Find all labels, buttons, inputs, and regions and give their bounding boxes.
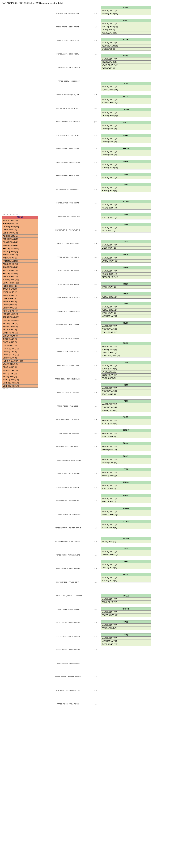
- target-header[interactable]: TAPRF: [101, 429, 151, 432]
- prpsd-field: AKOKR [CHAR (4)]: [2, 266, 38, 269]
- target-header[interactable]: TKKAA: [101, 594, 151, 597]
- target-header[interactable]: TCNRFP: [101, 507, 151, 510]
- target-header[interactable]: T001: [101, 183, 151, 186]
- target-header[interactable]: TKA01: [101, 573, 151, 576]
- target-header[interactable]: PRTP: [101, 160, 151, 163]
- target-header[interactable]: ONR00: [101, 108, 151, 111]
- target-field: UMWKZ [CHAR (5)]: [101, 259, 151, 262]
- prpsd-field: USR00 [UNIT (3)]: [2, 344, 38, 347]
- target-header[interactable]: T681A: [101, 282, 151, 286]
- target-header[interactable]: T001W: [101, 200, 151, 203]
- relation-row: PRPSD-JIBSA = T8J6C-SUBCLASS0..N: [42, 373, 97, 385]
- relation-row: PRPSD-IZWEK = T087I-IZWEK0..N: [42, 278, 97, 290]
- target-field: MANDT [CLNT (3)]: [101, 386, 151, 390]
- target-field: OBJNR [CHAR (22)]: [101, 114, 151, 117]
- target-header[interactable]: TAIF5: [101, 415, 151, 419]
- cardinality-label: 0..N: [95, 297, 97, 299]
- target-header[interactable]: CKPH: [101, 38, 151, 41]
- target-field: BUKRS [CHAR (4)]: [101, 406, 151, 409]
- target-header[interactable]: TPGPRF: [101, 607, 151, 611]
- cardinality-label: 0..N: [95, 202, 97, 204]
- target-header[interactable]: T002: [101, 213, 151, 216]
- target-header[interactable]: T499S: [101, 266, 151, 270]
- target-header[interactable]: T681V: [101, 292, 151, 296]
- relation-label: PRPSD-PRCTR = CEPC-PRCTR: [42, 26, 94, 28]
- cardinality-label: 0..N: [95, 107, 97, 109]
- prpsd-field: IMPRF [CHAR (6)]: [2, 300, 38, 303]
- target-header[interactable]: TCJ05: [101, 455, 151, 458]
- target-header[interactable]: T8J6C: [101, 342, 151, 345]
- relation-label: PRPSD-SUBPR = PRTP-SUBPR: [42, 175, 94, 177]
- target-header[interactable]: TFACD: [101, 537, 151, 540]
- relation-label: PRPSD-IUMKZ = T087K-UMWKZ: [42, 297, 94, 299]
- prpsd-header[interactable]: PRPSD: [2, 216, 38, 219]
- target-field: MANDT [CLNT (3)]: [101, 364, 151, 367]
- target-header[interactable]: TGSB: [101, 560, 151, 563]
- cardinality-label: 0..N: [95, 351, 97, 353]
- target-header[interactable]: TCJ1: [101, 468, 151, 471]
- target-header[interactable]: T683: [101, 302, 151, 305]
- target-field: ASTNR [NUMC (8)]: [101, 461, 151, 464]
- target-header[interactable]: TFKB: [101, 547, 151, 550]
- target-header[interactable]: TPI01: [101, 620, 151, 624]
- target-field: KAPPL [CHAR (2)]: [101, 312, 151, 315]
- target-header[interactable]: T8JJ: [101, 383, 151, 386]
- target-header[interactable]: PROJ: [101, 121, 151, 124]
- target-header[interactable]: PRPSS: [101, 147, 151, 150]
- target-header[interactable]: T000: [101, 173, 151, 176]
- target-field: PSPNR [NUMC (8)]: [101, 127, 151, 130]
- relation-row: PRPSD-VERNR = TCJ04-VERNR: [42, 454, 97, 466]
- cardinality-label: 0..N: [95, 568, 97, 569]
- relation-label: PRPSD-VERNR = TCJ04-VERNR: [42, 459, 97, 461]
- target-header[interactable]: TTXJ: [101, 633, 151, 637]
- target-header[interactable]: IFLOT: [101, 95, 151, 98]
- relation-label: PRPSD-KOSTL = CSKS-KOSTL: [42, 80, 97, 82]
- relation-label: PRPSD-VNAME = T8JV-VNAME: [42, 418, 94, 421]
- target-header[interactable]: T006: [101, 223, 151, 226]
- target-header[interactable]: T8JV: [101, 399, 151, 403]
- target-field: FKBER [CHAR (16)]: [101, 553, 151, 556]
- target-header[interactable]: TCJ04: [101, 442, 151, 445]
- target-header[interactable]: T8J6A: [101, 321, 151, 324]
- relation-row: PRPSD-TXTSP = T002-SPRAS0..N: [42, 237, 97, 250]
- prpsd-field: ZSCHM [CHAR (7)]: [2, 325, 38, 328]
- relation-row: PRPSD-IMPRF = TAPRF-IVPRO0..N: [42, 440, 97, 453]
- cardinality-label: 0..N: [95, 392, 97, 393]
- relation-row: PRPSD-ZSCHM = TPI01-ZSCHM0..N: [42, 684, 97, 696]
- prpsd-field: KALSM [CHAR (6)]: [2, 259, 38, 262]
- prpsd-field: EVGEW [QUAN (8)]: [2, 335, 38, 338]
- relation-row: PRPSD-SPSNR = PRPSS-PSPNR0..N: [42, 156, 97, 168]
- relation-label: PRPSD-SLWID = TCN00-SLWID: [42, 500, 94, 502]
- relation-label: PRPSD-TPLNR = IFLOT-TPLNR: [42, 107, 94, 110]
- target-table: CSKSMANDT [CLNT (3)]KOKRS [CHAR (4)]KOST…: [101, 54, 151, 70]
- cardinality-label: 0..N: [95, 40, 97, 41]
- target-table: T8JVMANDT [CLNT (3)]BUKRS [CHAR (4)]VNAM…: [101, 399, 151, 412]
- target-header[interactable]: T087I: [101, 240, 151, 243]
- target-field: IDENT [CHAR (2)]: [101, 540, 151, 544]
- target-field: MANDT [CLNT (3)]: [101, 597, 151, 601]
- relation-row: PRPSD-PGSBR = TGSB-GSBER0..N: [42, 603, 97, 615]
- target-field: MANDT [CLNT (3)]: [101, 445, 151, 448]
- target-header[interactable]: CEPC: [101, 19, 151, 22]
- target-field: MANDT [CLNT (3)]: [101, 226, 151, 229]
- target-header[interactable]: CSKS: [101, 54, 151, 58]
- card-bottom: 0..N 0..N 0..N 0..N: [2, 388, 38, 389]
- target-header[interactable]: TCN07: [101, 494, 151, 497]
- relation-label: PRPSD-EQUNR = EQUI-EQUNR: [42, 93, 94, 96]
- target-field: MANDT [CLNT (3)]: [101, 243, 151, 247]
- cardinality-label: 0..N: [95, 581, 97, 583]
- target-header[interactable]: TCURC: [101, 520, 151, 523]
- prpsd-table: 0..N 0..N 0..N 0..N 0..N 0..N PRPSD MAND…: [2, 214, 38, 389]
- target-header[interactable]: EQUI: [101, 82, 151, 85]
- target-header[interactable]: TCN00: [101, 481, 151, 484]
- target-table: PRPSMANDT [CLNT (3)]PSPNR [NUMC (8)]: [101, 134, 151, 144]
- target-field: ETYPE [CHAR (3)]: [101, 374, 151, 377]
- target-field: KALSM [CHAR (6)]: [101, 315, 151, 318]
- relation-label: PRPSD-KTRG = CKPH-KSTRG: [42, 39, 94, 42]
- target-header[interactable]: AENR: [101, 6, 151, 9]
- target-header[interactable]: T8JG: [101, 361, 151, 364]
- target-header[interactable]: T087K: [101, 253, 151, 256]
- prpsd-field: TXJCD [CHAR (15)]: [2, 322, 38, 325]
- target-field: MANDT [CLNT (3)]: [101, 176, 151, 179]
- target-header[interactable]: PRPS: [101, 134, 151, 137]
